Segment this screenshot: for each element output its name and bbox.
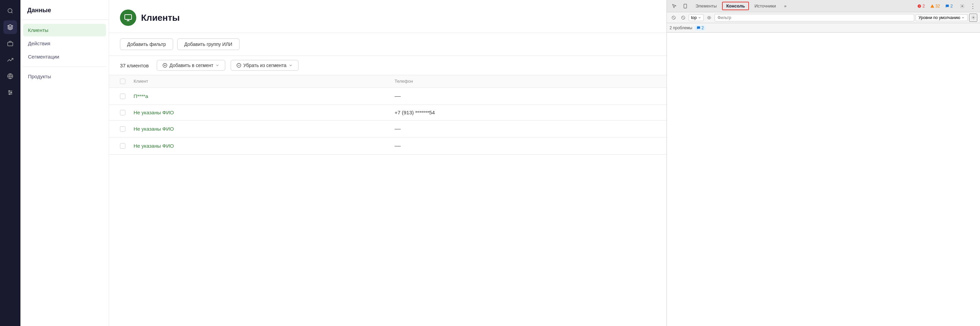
svg-point-25 [962,5,963,7]
add-to-segment-button[interactable]: Добавить в сегмент [157,60,225,71]
nav-items: Клиенты Действия Сегментации Продукты [21,20,109,87]
devtools-eye-icon[interactable] [705,14,713,22]
svg-rect-12 [125,15,132,19]
nav-item-products[interactable]: Продукты [23,70,106,83]
devtools-panel: Элементы Консоль Источники » ✕ 2 ! 32 2 … [667,0,980,326]
devtools-tab-console[interactable]: Консоль [722,2,749,10]
globe-icon-btn[interactable] [3,70,17,83]
table-header: Клиент Телефон [109,75,667,88]
svg-point-0 [8,8,12,13]
row-checkbox-4[interactable] [120,143,134,149]
devtools-select-icon[interactable] [670,2,679,11]
devtools-tab-elements[interactable]: Элементы [691,2,721,10]
devtools-filter-input[interactable] [714,14,914,21]
svg-marker-2 [8,25,13,28]
devtools-error-badge: ✕ 2 [915,3,927,9]
svg-line-27 [672,16,675,19]
table-row: Не указаны ФИО +7 (913) *******54 [109,105,667,120]
svg-point-11 [9,93,10,95]
devtools-settings-icon[interactable] [958,2,967,11]
main-content: Клиенты Добавить фильтр Добавить группу … [109,0,667,326]
svg-line-1 [11,12,12,13]
table-header-checkbox[interactable] [120,79,134,84]
nav-divider [23,66,106,67]
devtools-console-content [667,33,980,326]
devtools-toolbar: Элементы Консоль Источники » ✕ 2 ! 32 2 … [667,0,980,12]
devtools-clear-icon[interactable] [670,14,678,22]
devtools-second-toolbar: top Уровни по умолчанию [667,12,980,23]
table-row: Не указаны ФИО — [109,120,667,138]
briefcase-icon-btn[interactable] [3,37,17,51]
table-row: П****а — [109,88,667,105]
svg-rect-3 [8,42,13,46]
client-name-1[interactable]: П****а [134,93,395,99]
devtools-block-icon[interactable] [679,14,687,22]
devtools-warn-badge: ! 32 [928,3,942,9]
layers-icon-btn[interactable] [3,21,17,34]
svg-line-29 [682,16,684,19]
top-context-select[interactable]: top [689,14,704,21]
row-checkbox-1[interactable] [120,93,134,99]
devtools-tab-sources[interactable]: Источники [750,2,780,10]
devtools-info-badge: 2 [943,3,955,9]
issues-badge[interactable]: 2 [694,25,706,31]
client-phone-2: +7 (913) *******54 [395,109,655,116]
nav-item-actions[interactable]: Действия [23,37,106,50]
svg-rect-20 [684,4,687,8]
client-name-2[interactable]: Не указаны ФИО [134,109,395,116]
nav-panel-title: Данные [21,0,109,20]
devtools-console-settings-icon[interactable] [969,14,977,22]
sliders-icon-btn[interactable] [3,86,17,100]
table-toolbar: 37 клиентов Добавить в сегмент Убрать из… [109,56,667,75]
svg-point-31 [972,17,974,18]
devtools-device-icon[interactable] [681,2,690,11]
devtools-more-options[interactable]: ⋮ [969,2,977,10]
svg-text:✕: ✕ [919,5,920,7]
nav-item-segments[interactable]: Сегментации [23,51,106,63]
svg-point-9 [9,90,10,92]
client-name-3[interactable]: Не указаны ФИО [134,126,395,132]
page-header: Клиенты [109,0,667,33]
table-col-client: Клиент [134,79,395,84]
client-name-4[interactable]: Не указаны ФИО [134,143,395,149]
nav-item-clients[interactable]: Клиенты [23,24,106,36]
search-icon-btn[interactable] [3,4,17,18]
add-filter-button[interactable]: Добавить фильтр [120,38,173,50]
add-group-button[interactable]: Добавить группу ИЛИ [177,38,240,50]
client-phone-4: — [395,142,655,149]
page-icon [120,9,136,26]
nav-panel: Данные Клиенты Действия Сегментации Прод… [21,0,109,326]
sidebar-icons [0,0,21,326]
svg-point-10 [11,92,12,93]
devtools-issues-bar: 2 проблемы 2 [667,23,980,33]
chart-icon-btn[interactable] [3,53,17,67]
devtools-levels-select[interactable]: Уровни по умолчанию [916,14,968,21]
svg-point-30 [708,17,710,18]
svg-text:!: ! [932,5,932,8]
header-checkbox[interactable] [120,79,126,84]
devtools-more-tabs[interactable]: » [781,2,789,10]
row-checkbox-2[interactable] [120,110,134,116]
table-row: Не указаны ФИО — [109,138,667,155]
remove-from-segment-button[interactable]: Убрать из сегмента [231,60,299,71]
row-checkbox-3[interactable] [120,126,134,132]
client-phone-1: — [395,93,655,100]
filter-bar: Добавить фильтр Добавить группу ИЛИ [109,33,667,56]
page-title: Клиенты [141,13,180,23]
table-col-phone: Телефон [395,79,655,84]
client-count: 37 клиентов [120,63,149,68]
client-phone-3: — [395,125,655,132]
issues-text: 2 проблемы [670,25,692,30]
